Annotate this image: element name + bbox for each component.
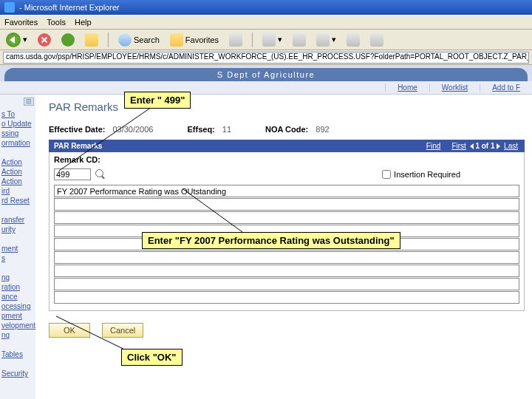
grid-first-link[interactable]: First: [451, 142, 466, 150]
sidebar-item[interactable]: rd Reset: [1, 196, 34, 205]
sidebar-item[interactable]: Action: [1, 177, 34, 186]
remark-cd-row: Remark CD:: [54, 155, 519, 164]
noa-value: 892: [316, 125, 329, 134]
favorites-label: Favorites: [185, 35, 219, 44]
topnav-addfav[interactable]: Add to F: [480, 83, 532, 92]
insertion-required-checkbox[interactable]: [382, 170, 391, 179]
sidebar-item[interactable]: ormation: [1, 138, 34, 148]
ie-icon: [4, 2, 15, 13]
sidebar-item[interactable]: s: [1, 253, 34, 263]
ie-title-bar: - Microsoft Internet Explorer: [0, 0, 532, 15]
stop-icon: [38, 33, 51, 47]
toolbar-separator-2: [252, 33, 253, 47]
grid-header: PAR Remarks Find First 1 of 1 Last: [49, 140, 525, 152]
sidebar-item[interactable]: urity: [1, 225, 34, 234]
research-icon: [370, 33, 383, 47]
grid-find-link[interactable]: Find: [426, 142, 440, 150]
sidebar-item[interactable]: ng: [1, 330, 34, 340]
ie-address-bar: cams.usda.gov/psp/HRISP/EMPLOYEE/HRMS/c/…: [0, 50, 532, 65]
ie-menu-bar: Favorites Tools Help: [0, 15, 532, 30]
search-label: Search: [134, 35, 160, 44]
callout-click-ok: Click "OK": [121, 349, 183, 366]
insertion-required-label: Insertion Required: [394, 170, 460, 179]
button-row: OK Cancel: [49, 323, 525, 338]
grid-header-title: PAR Remarks: [54, 142, 102, 150]
favorites-button[interactable]: Favorites: [167, 32, 222, 48]
topnav-worklist[interactable]: Worklist: [429, 83, 480, 92]
sidebar-item[interactable]: ration: [1, 282, 34, 292]
home-button[interactable]: [82, 32, 101, 48]
sidebar-item[interactable]: ment: [1, 244, 34, 253]
sidebar-item[interactable]: ird: [1, 186, 34, 196]
remark-line-3[interactable]: [54, 211, 519, 224]
sidebar-item[interactable]: Tables: [1, 349, 34, 359]
history-button[interactable]: [226, 32, 245, 48]
sidebar-item[interactable]: Security: [1, 369, 34, 378]
sidebar-item[interactable]: Action: [1, 167, 34, 177]
discuss-button[interactable]: [344, 32, 363, 48]
discuss-icon: [347, 33, 360, 47]
main-area: ⊟ s Too Updatessingormation ActionAction…: [0, 95, 532, 399]
menu-help[interactable]: Help: [75, 18, 92, 27]
sidebar-item[interactable]: ng: [1, 273, 34, 282]
refresh-icon: [61, 33, 75, 47]
remark-line-9[interactable]: [54, 291, 519, 304]
collapse-nav-icon[interactable]: ⊟: [24, 98, 34, 106]
address-input[interactable]: cams.usda.gov/psp/HRISP/EMPLOYEE/HRMS/c/…: [3, 52, 529, 64]
toolbar-separator: [108, 33, 109, 47]
remark-line-1[interactable]: [54, 185, 519, 197]
grid-last-icon[interactable]: [497, 143, 500, 149]
sidebar-item[interactable]: s To: [1, 109, 34, 119]
home-icon: [85, 33, 98, 47]
insertion-required-field: Insertion Required: [382, 170, 460, 179]
print-button[interactable]: [290, 32, 309, 48]
effseq-value: 11: [222, 125, 231, 134]
effseq-label: Effseq:: [187, 125, 214, 134]
ie-toolbar: ▾ Search Favorites ▾ ▾: [0, 30, 532, 50]
remark-line-6[interactable]: [54, 251, 519, 264]
menu-tools[interactable]: Tools: [47, 18, 66, 27]
left-nav-sidebar: ⊟ s Too Updatessingormation ActionAction…: [0, 95, 35, 399]
grid-last-link[interactable]: Last: [504, 142, 518, 150]
back-button[interactable]: ▾: [3, 31, 30, 49]
edit-icon: [316, 33, 330, 47]
remark-line-2[interactable]: [54, 198, 519, 211]
callout-enter-rating: Enter "FY 2007 Performance Rating was Ou…: [142, 232, 400, 249]
stop-button[interactable]: [35, 32, 54, 48]
sidebar-item[interactable]: Action: [1, 157, 34, 167]
remark-cd-input[interactable]: [54, 168, 91, 180]
remark-line-8[interactable]: [54, 278, 519, 290]
edit-button[interactable]: ▾: [313, 32, 339, 48]
research-button[interactable]: [367, 32, 386, 48]
topnav-home[interactable]: Home: [385, 83, 429, 92]
sidebar-item[interactable]: ocessing: [1, 301, 34, 311]
remark-cd-label: Remark CD:: [54, 155, 100, 164]
sidebar-item[interactable]: velopment: [1, 321, 34, 330]
app-header-wrap: S Dept of Agriculture: [0, 65, 532, 81]
sidebar-item[interactable]: ance: [1, 292, 34, 301]
refresh-button[interactable]: [58, 32, 78, 48]
print-icon: [293, 33, 306, 47]
search-button[interactable]: Search: [115, 32, 163, 48]
grid-counter: 1 of 1: [475, 142, 494, 150]
window-title: - Microsoft Internet Explorer: [19, 3, 120, 12]
sidebar-item[interactable]: ssing: [1, 129, 34, 138]
app-title: S Dept of Agriculture: [217, 70, 315, 79]
ok-button[interactable]: OK: [49, 323, 90, 338]
sidebar-item[interactable]: ransfer: [1, 215, 34, 225]
cancel-button[interactable]: Cancel: [102, 323, 143, 338]
back-icon: [6, 33, 21, 47]
app-header: S Dept of Agriculture: [4, 68, 528, 81]
sidebar-item[interactable]: o Update: [1, 119, 34, 129]
sidebar-item[interactable]: pment: [1, 311, 34, 321]
eff-date-label: Effective Date:: [49, 125, 105, 134]
mail-button[interactable]: ▾: [259, 32, 285, 48]
menu-favorites[interactable]: Favorites: [4, 18, 38, 27]
grid-first-icon[interactable]: [470, 143, 474, 149]
noa-label: NOA Code:: [265, 125, 308, 134]
top-nav: Home Worklist Add to F: [0, 81, 532, 95]
page-title: PAR Remarks: [49, 100, 525, 113]
favorites-icon: [170, 33, 183, 47]
remark-line-7[interactable]: [54, 265, 519, 277]
lookup-icon[interactable]: [95, 169, 106, 180]
